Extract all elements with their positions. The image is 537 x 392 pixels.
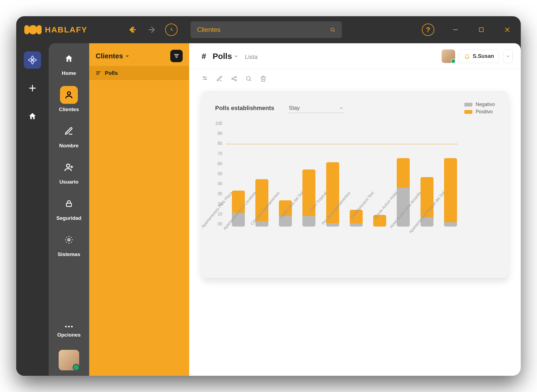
list-panel-title[interactable]: Clientes — [96, 52, 129, 60]
user-pill[interactable]: S.Susan — [459, 49, 499, 63]
legend-swatch-pos — [464, 110, 472, 114]
bar-seg-neg — [255, 221, 268, 227]
help-button[interactable]: ? — [422, 24, 434, 36]
toolbar-search-button[interactable] — [245, 75, 252, 82]
module-sidebar: Home Clientes Nombre — [49, 43, 89, 376]
y-tick: 70 — [218, 151, 222, 156]
app-window: HABLAFY Clientes — [16, 16, 521, 376]
svg-rect-5 — [479, 28, 483, 32]
chart-card: Polls establishments Stay Negativo Posit… — [202, 91, 508, 278]
sidebar-item-sistemas[interactable]: Sistemas — [58, 231, 80, 257]
sidebar-item-clientes[interactable]: Clientes — [59, 86, 79, 112]
svg-point-26 — [204, 77, 205, 78]
window-controls — [450, 24, 513, 35]
y-tick: 50 — [218, 171, 222, 176]
user-menu-button[interactable] — [503, 49, 513, 63]
search-input[interactable]: Clientes — [191, 21, 342, 38]
sidebar-item-label: Sistemas — [58, 251, 80, 257]
svg-point-16 — [65, 326, 67, 327]
user-name: S.Susan — [473, 53, 494, 59]
chart-filter-select[interactable]: Stay — [288, 103, 345, 113]
page-title[interactable]: Polls — [213, 52, 239, 61]
main-header: # Polls Lista — [189, 43, 521, 69]
sidebar-item-usuario[interactable]: Usuario — [59, 158, 79, 185]
y-tick: 60 — [218, 161, 222, 166]
home-rail-button[interactable] — [24, 108, 41, 125]
home-icon — [60, 50, 78, 68]
search-text: Clientes — [197, 26, 330, 34]
titlebar: HABLAFY Clientes — [16, 16, 521, 43]
breadcrumb: Lista — [245, 54, 257, 61]
sidebar-avatar[interactable] — [59, 350, 79, 370]
history-button[interactable] — [165, 24, 178, 36]
search-icon — [330, 27, 335, 32]
svg-line-35 — [250, 80, 251, 81]
legend-label-neg: Negativo — [476, 102, 495, 107]
bar-seg-neg — [326, 223, 339, 227]
workspace-tile[interactable] — [24, 51, 41, 69]
list-row-label: Polls — [105, 70, 118, 76]
history-nav — [127, 24, 178, 36]
brand-name: HABLAFY — [45, 25, 87, 34]
sidebar-item-seguridad[interactable]: Seguridad — [56, 195, 82, 221]
brand: HABLAFY — [24, 25, 87, 34]
list-panel: Clientes Polls — [89, 43, 189, 376]
workspace-rail — [16, 43, 49, 376]
sidebar-item-nombre[interactable]: Nombre — [59, 122, 79, 149]
y-tick: 80 — [218, 141, 222, 146]
chart-plot: 10090807060504030201000 Apartamentos Par… — [215, 121, 495, 270]
svg-point-28 — [205, 79, 206, 80]
svg-line-3 — [334, 31, 335, 32]
sidebar-item-home[interactable]: Home — [60, 50, 78, 76]
y-tick: 30 — [218, 191, 222, 196]
y-tick: 10 — [218, 212, 222, 217]
brand-mark-icon — [24, 25, 42, 34]
chevron-down-icon — [506, 54, 510, 58]
bar-seg-pos — [397, 158, 410, 188]
svg-point-18 — [71, 326, 73, 327]
toolbar-delete-button[interactable] — [260, 75, 266, 82]
y-tick: 40 — [218, 181, 222, 186]
svg-line-33 — [233, 79, 235, 80]
back-button[interactable] — [127, 24, 138, 35]
chart-filter-value: Stay — [289, 105, 300, 111]
toolbar-share-button[interactable] — [231, 75, 237, 82]
filter-button[interactable] — [170, 50, 183, 62]
y-tick: 90 — [218, 131, 222, 136]
sidebar-item-label: Home — [62, 70, 76, 76]
minimize-button[interactable] — [450, 24, 461, 35]
svg-line-32 — [233, 77, 235, 78]
maximize-button[interactable] — [476, 24, 487, 35]
lock-icon — [60, 195, 78, 212]
chart-legend: Negativo Positivo — [464, 102, 495, 115]
main-panel: # Polls Lista — [189, 43, 521, 376]
svg-point-2 — [331, 28, 334, 31]
forward-button[interactable] — [146, 24, 157, 35]
svg-rect-14 — [66, 203, 72, 207]
bar-column — [444, 158, 457, 227]
content-toolbar — [189, 69, 521, 88]
chevron-down-icon — [125, 54, 129, 58]
svg-point-17 — [68, 326, 70, 327]
svg-point-11 — [66, 164, 70, 167]
chart-title: Polls establishments — [215, 105, 274, 112]
svg-point-10 — [67, 92, 70, 95]
add-workspace-button[interactable] — [24, 79, 41, 97]
close-button[interactable] — [502, 24, 513, 35]
bar-seg-pos — [444, 158, 457, 222]
sidebar-item-label: Usuario — [59, 179, 79, 185]
y-tick: 00 — [218, 222, 222, 227]
bell-icon — [464, 53, 470, 59]
header-avatar[interactable] — [442, 49, 455, 63]
sidebar-item-opciones[interactable]: Opciones — [57, 324, 81, 338]
y-tick: 100 — [215, 121, 222, 126]
chevron-down-icon — [339, 106, 343, 110]
add-user-icon — [60, 158, 78, 176]
list-row-polls[interactable]: Polls — [89, 66, 189, 80]
hash-icon: # — [202, 52, 206, 61]
more-icon — [60, 324, 78, 329]
toolbar-settings-button[interactable] — [202, 75, 208, 82]
toolbar-edit-button[interactable] — [216, 75, 223, 82]
chevron-down-icon — [234, 54, 238, 58]
legend-swatch-neg — [464, 103, 472, 107]
